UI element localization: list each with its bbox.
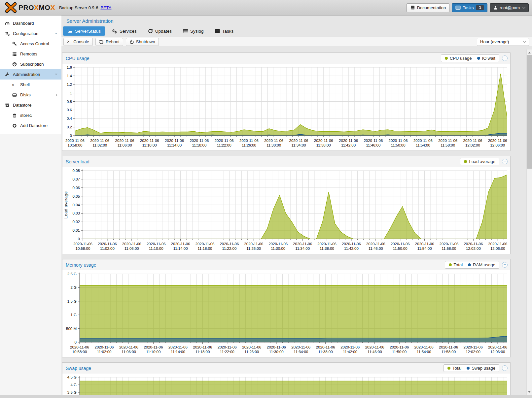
terminal-icon: >_ xyxy=(11,83,18,87)
sidebar-item-subscription[interactable]: Subscription xyxy=(0,59,61,69)
chevron-right-icon[interactable] xyxy=(56,94,57,96)
shutdown-button[interactable]: Shutdown xyxy=(126,38,159,46)
svg-text:2020-11-06: 2020-11-06 xyxy=(73,242,92,246)
svg-text:2020-11-06: 2020-11-06 xyxy=(366,242,385,246)
svg-text:2020-11-06: 2020-11-06 xyxy=(220,242,239,246)
svg-text:11:38:00: 11:38:00 xyxy=(320,247,334,250)
gears-icon xyxy=(4,31,11,36)
svg-text:11:34:00: 11:34:00 xyxy=(292,143,306,147)
console-button[interactable]: >_ Console xyxy=(63,38,93,46)
svg-text:10:58:00: 10:58:00 xyxy=(76,247,90,250)
legend-item-total[interactable]: Total xyxy=(447,366,461,371)
sidebar-item-shell[interactable]: >_Shell xyxy=(0,80,61,90)
svg-text:12:02:00: 12:02:00 xyxy=(465,143,480,147)
sidebar: DashboardConfigurationAccess ControlRemo… xyxy=(0,16,61,395)
documentation-button[interactable]: Documentation xyxy=(407,3,449,12)
reboot-button[interactable]: Reboot xyxy=(95,38,123,46)
svg-text:11:18:00: 11:18:00 xyxy=(192,143,206,147)
services-gears-icon xyxy=(112,29,117,34)
svg-text:2020-11-06: 2020-11-06 xyxy=(464,345,483,349)
panel-title: Swap usage xyxy=(66,366,91,371)
chevron-down-icon[interactable] xyxy=(55,74,57,75)
legend-item-swap-usage[interactable]: Swap usage xyxy=(467,366,495,371)
beta-link[interactable]: BETA xyxy=(100,5,111,10)
svg-text:1: 1 xyxy=(70,91,72,95)
documentation-label: Documentation xyxy=(417,5,446,10)
legend-item-total[interactable]: Total xyxy=(449,262,463,267)
legend-dot xyxy=(464,160,467,163)
sidebar-item-access-control[interactable]: Access Control xyxy=(0,39,61,49)
logo-x-icon xyxy=(5,2,17,13)
power-icon xyxy=(129,40,134,44)
svg-text:2020-11-06: 2020-11-06 xyxy=(439,345,458,349)
svg-text:11:26:00: 11:26:00 xyxy=(246,247,261,250)
tab-tasks[interactable]: Tasks xyxy=(211,26,238,36)
panel-memory-usage: Memory usageTotalRAM usage−0500 M1 G1.5 … xyxy=(62,259,511,357)
svg-text:11:18:00: 11:18:00 xyxy=(195,350,210,354)
proxmox-logo: PROXMOX xyxy=(5,2,55,13)
sidebar-item-configuration[interactable]: Configuration xyxy=(0,28,61,39)
horizontal-scrollbar[interactable] xyxy=(0,395,532,398)
sidebar-item-dashboard[interactable]: Dashboard xyxy=(0,18,61,28)
legend-item-io-wait[interactable]: IO wait xyxy=(477,56,495,61)
svg-text:2020-11-06: 2020-11-06 xyxy=(293,242,312,246)
tasks-badge: 1 xyxy=(476,5,484,10)
svg-text:2020-11-06: 2020-11-06 xyxy=(364,139,383,143)
tab-services[interactable]: Services xyxy=(108,26,141,36)
chart-legend: Load average xyxy=(460,158,499,165)
svg-text:2020-11-06: 2020-11-06 xyxy=(440,242,459,246)
chevron-down-icon[interactable] xyxy=(55,33,57,34)
tab-serverstatus[interactable]: ServerStatus xyxy=(63,26,105,36)
svg-text:500 M: 500 M xyxy=(66,327,77,331)
tab-syslog[interactable]: Syslog xyxy=(179,26,208,36)
svg-text:>_: >_ xyxy=(12,83,17,87)
collapse-button[interactable]: − xyxy=(502,365,508,371)
sidebar-item-add-datastore[interactable]: Add Datastore xyxy=(0,120,61,131)
svg-text:11:38:00: 11:38:00 xyxy=(316,143,331,147)
vertical-scrollbar[interactable] xyxy=(526,50,532,395)
svg-text:11:54:00: 11:54:00 xyxy=(417,350,431,354)
sidebar-item-label: Dashboard xyxy=(13,21,34,26)
legend-label: Swap usage xyxy=(472,366,495,371)
scroll-up-arrow[interactable] xyxy=(527,50,532,55)
svg-text:11:42:00: 11:42:00 xyxy=(341,143,356,147)
timeframe-select[interactable]: Hour (average) xyxy=(477,38,529,46)
chart-legend: CPU usageIO wait xyxy=(441,54,499,62)
panel-swap-usage: Swap usageTotalSwap usage−0500 M1 G1.5 G… xyxy=(62,362,511,395)
sidebar-item-label: Datastore xyxy=(13,103,31,108)
tab-updates[interactable]: Updates xyxy=(144,26,176,36)
user-menu-button[interactable]: root@pam xyxy=(490,3,529,12)
sidebar-item-label: Shell xyxy=(20,82,30,87)
collapse-button[interactable]: − xyxy=(502,55,508,61)
legend-item-load-average[interactable]: Load average xyxy=(464,159,495,164)
sidebar-item-label: Add Datastore xyxy=(20,123,48,128)
scrollbar-thumb[interactable] xyxy=(527,55,532,169)
collapse-button[interactable]: − xyxy=(502,159,508,164)
sidebar-item-datastore[interactable]: Datastore xyxy=(0,100,61,110)
tab-label: Tasks xyxy=(222,29,234,34)
svg-text:0.04: 0.04 xyxy=(73,203,80,207)
sidebar-item-store1[interactable]: store1 xyxy=(0,110,61,120)
sidebar-item-disks[interactable]: Disks xyxy=(0,90,61,100)
collapse-button[interactable]: − xyxy=(502,262,508,268)
disks-icon xyxy=(11,93,18,97)
scroll-down-arrow[interactable] xyxy=(527,389,532,394)
svg-text:11:10:00: 11:10:00 xyxy=(142,143,157,147)
svg-text:11:30:00: 11:30:00 xyxy=(269,350,284,354)
panel-header: Server loadLoad average− xyxy=(62,156,510,167)
svg-text:2020-11-06: 2020-11-06 xyxy=(415,242,434,246)
panel-title: CPU usage xyxy=(66,56,89,61)
database-icon xyxy=(11,113,18,118)
svg-text:2020-11-06: 2020-11-06 xyxy=(215,139,234,143)
sidebar-item-remotes[interactable]: Remotes xyxy=(0,49,61,59)
navigation-tree: DashboardConfigurationAccess ControlRemo… xyxy=(0,16,61,134)
svg-text:2020-11-06: 2020-11-06 xyxy=(218,345,237,349)
svg-text:11:34:00: 11:34:00 xyxy=(294,350,308,354)
chart-legend: TotalSwap usage xyxy=(443,364,499,372)
tab-label: ServerStatus xyxy=(75,29,101,34)
tasks-button[interactable]: Tasks 1 xyxy=(452,3,487,12)
legend-item-cpu-usage[interactable]: CPU usage xyxy=(445,56,472,61)
legend-item-ram-usage[interactable]: RAM usage xyxy=(468,262,495,267)
sidebar-item-administration[interactable]: Administration xyxy=(0,69,61,80)
svg-text:2020-11-06: 2020-11-06 xyxy=(267,345,286,349)
